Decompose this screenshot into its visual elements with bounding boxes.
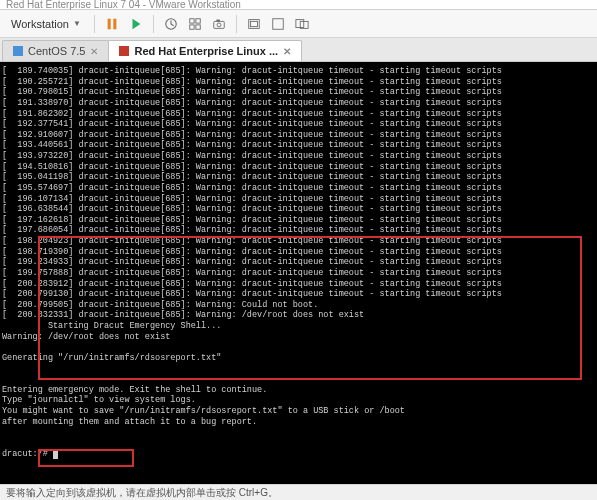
cursor — [53, 450, 58, 459]
svg-rect-5 — [196, 18, 200, 22]
statusbar: 要将输入定向到该虚拟机，请在虚拟机内部单击或按 Ctrl+G。 — [0, 484, 597, 500]
fit-window-button[interactable] — [243, 13, 265, 35]
play-button[interactable] — [125, 13, 147, 35]
pause-icon — [105, 17, 119, 31]
fit-icon — [247, 17, 261, 31]
workstation-menu[interactable]: Workstation ▼ — [4, 14, 88, 34]
window-titlebar: Red Hat Enterprise Linux 7 04 - VMware W… — [0, 0, 597, 10]
snapshot-take-button[interactable] — [208, 13, 230, 35]
svg-rect-17 — [119, 46, 129, 56]
clock-icon — [164, 17, 178, 31]
svg-point-9 — [217, 22, 221, 26]
unity-icon — [295, 17, 309, 31]
pause-button[interactable] — [101, 13, 123, 35]
snapshot-manager-button[interactable] — [184, 13, 206, 35]
svg-rect-13 — [273, 18, 284, 29]
camera-icon — [212, 17, 226, 31]
vm-icon — [119, 46, 129, 56]
shell-prompt[interactable]: dracut:/# — [2, 449, 595, 460]
snapshot-button[interactable] — [160, 13, 182, 35]
separator — [153, 15, 154, 33]
unity-button[interactable] — [291, 13, 313, 35]
svg-rect-7 — [196, 24, 200, 28]
close-icon[interactable]: ✕ — [90, 46, 98, 57]
close-icon[interactable]: ✕ — [283, 46, 291, 57]
svg-rect-0 — [107, 18, 110, 29]
svg-marker-2 — [132, 18, 140, 29]
tab-label: CentOS 7.5 — [28, 45, 85, 57]
grid-icon — [188, 17, 202, 31]
vm-icon — [13, 46, 23, 56]
svg-rect-8 — [214, 21, 225, 28]
svg-rect-4 — [190, 18, 194, 22]
tab-label: Red Hat Enterprise Linux ... — [134, 45, 278, 57]
svg-rect-1 — [113, 18, 116, 29]
vm-console[interactable]: [ 189.740035] dracut-initqueue[685]: War… — [0, 62, 597, 484]
svg-rect-12 — [250, 21, 257, 26]
tab-centos[interactable]: CentOS 7.5 ✕ — [2, 40, 109, 61]
svg-rect-16 — [13, 46, 23, 56]
svg-rect-10 — [216, 19, 220, 21]
tab-rhel[interactable]: Red Hat Enterprise Linux ... ✕ — [108, 40, 302, 61]
vm-tabbar: CentOS 7.5 ✕ Red Hat Enterprise Linux ..… — [0, 38, 597, 62]
svg-rect-6 — [190, 24, 194, 28]
separator — [94, 15, 95, 33]
status-text: 要将输入定向到该虚拟机，请在虚拟机内部单击或按 Ctrl+G。 — [6, 486, 278, 500]
separator — [236, 15, 237, 33]
fullscreen-icon — [271, 17, 285, 31]
workstation-label: Workstation — [11, 18, 69, 30]
window-title: Red Hat Enterprise Linux 7 04 - VMware W… — [6, 0, 241, 10]
play-icon — [129, 17, 143, 31]
chevron-down-icon: ▼ — [73, 19, 81, 28]
toolbar: Workstation ▼ — [0, 10, 597, 38]
fullscreen-button[interactable] — [267, 13, 289, 35]
